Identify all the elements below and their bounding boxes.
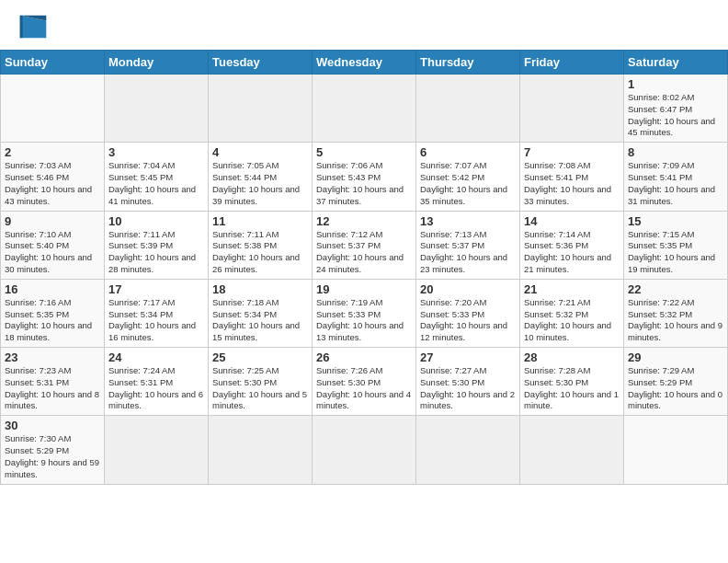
calendar-cell: 13Sunrise: 7:13 AM Sunset: 5:37 PM Dayli… [416, 211, 520, 279]
calendar-cell: 18Sunrise: 7:18 AM Sunset: 5:34 PM Dayli… [209, 279, 313, 347]
day-info: Sunrise: 7:18 AM Sunset: 5:34 PM Dayligh… [212, 297, 308, 344]
day-info: Sunrise: 7:24 AM Sunset: 5:31 PM Dayligh… [108, 365, 204, 412]
calendar-cell: 22Sunrise: 7:22 AM Sunset: 5:32 PM Dayli… [624, 279, 728, 347]
calendar-cell: 2Sunrise: 7:03 AM Sunset: 5:46 PM Daylig… [1, 143, 105, 211]
general-blue-logo-icon [17, 13, 50, 40]
calendar-header-row: Sunday Monday Tuesday Wednesday Thursday… [1, 51, 728, 75]
calendar: Sunday Monday Tuesday Wednesday Thursday… [0, 50, 728, 485]
day-number: 1 [628, 77, 723, 91]
calendar-cell: 9Sunrise: 7:10 AM Sunset: 5:40 PM Daylig… [1, 211, 105, 279]
col-thursday: Thursday [416, 51, 520, 75]
day-number: 9 [5, 214, 100, 228]
day-number: 15 [628, 214, 723, 228]
calendar-cell [416, 416, 520, 484]
col-friday: Friday [520, 51, 624, 75]
svg-rect-3 [20, 16, 23, 38]
calendar-week-row: 9Sunrise: 7:10 AM Sunset: 5:40 PM Daylig… [1, 211, 728, 279]
day-info: Sunrise: 7:17 AM Sunset: 5:34 PM Dayligh… [108, 297, 204, 344]
day-number: 10 [108, 214, 204, 228]
day-number: 13 [420, 214, 516, 228]
calendar-cell: 8Sunrise: 7:09 AM Sunset: 5:41 PM Daylig… [624, 143, 728, 211]
day-info: Sunrise: 7:21 AM Sunset: 5:32 PM Dayligh… [524, 297, 620, 344]
calendar-cell [105, 416, 209, 484]
day-info: Sunrise: 7:15 AM Sunset: 5:35 PM Dayligh… [628, 229, 723, 276]
col-tuesday: Tuesday [209, 51, 313, 75]
calendar-cell [520, 416, 624, 484]
day-info: Sunrise: 8:02 AM Sunset: 6:47 PM Dayligh… [628, 92, 723, 139]
day-number: 30 [5, 419, 100, 432]
calendar-cell [209, 75, 313, 143]
day-number: 16 [5, 282, 100, 296]
day-number: 19 [316, 282, 412, 296]
page: Sunday Monday Tuesday Wednesday Thursday… [0, 0, 728, 485]
calendar-week-row: 23Sunrise: 7:23 AM Sunset: 5:31 PM Dayli… [1, 348, 728, 416]
day-number: 14 [524, 214, 620, 228]
calendar-cell [209, 416, 313, 484]
calendar-cell [416, 75, 520, 143]
calendar-cell [105, 75, 209, 143]
day-info: Sunrise: 7:11 AM Sunset: 5:38 PM Dayligh… [212, 229, 308, 276]
col-monday: Monday [105, 51, 209, 75]
day-info: Sunrise: 7:23 AM Sunset: 5:31 PM Dayligh… [5, 365, 100, 412]
day-info: Sunrise: 7:12 AM Sunset: 5:37 PM Dayligh… [316, 229, 412, 276]
calendar-cell [313, 416, 416, 484]
calendar-cell: 4Sunrise: 7:05 AM Sunset: 5:44 PM Daylig… [209, 143, 313, 211]
day-info: Sunrise: 7:05 AM Sunset: 5:44 PM Dayligh… [212, 160, 308, 207]
day-info: Sunrise: 7:04 AM Sunset: 5:45 PM Dayligh… [108, 160, 204, 207]
calendar-cell: 11Sunrise: 7:11 AM Sunset: 5:38 PM Dayli… [209, 211, 313, 279]
day-info: Sunrise: 7:14 AM Sunset: 5:36 PM Dayligh… [524, 229, 620, 276]
day-info: Sunrise: 7:09 AM Sunset: 5:41 PM Dayligh… [628, 160, 723, 207]
calendar-cell: 29Sunrise: 7:29 AM Sunset: 5:29 PM Dayli… [624, 348, 728, 416]
calendar-cell: 6Sunrise: 7:07 AM Sunset: 5:42 PM Daylig… [416, 143, 520, 211]
day-number: 24 [108, 350, 204, 364]
calendar-cell [313, 75, 416, 143]
day-number: 28 [524, 350, 620, 364]
calendar-cell: 15Sunrise: 7:15 AM Sunset: 5:35 PM Dayli… [624, 211, 728, 279]
logo [17, 13, 55, 40]
day-number: 21 [524, 282, 620, 296]
day-info: Sunrise: 7:08 AM Sunset: 5:41 PM Dayligh… [524, 160, 620, 207]
calendar-cell: 20Sunrise: 7:20 AM Sunset: 5:33 PM Dayli… [416, 279, 520, 347]
calendar-cell: 16Sunrise: 7:16 AM Sunset: 5:35 PM Dayli… [1, 279, 105, 347]
header [0, 0, 728, 46]
calendar-cell: 7Sunrise: 7:08 AM Sunset: 5:41 PM Daylig… [520, 143, 624, 211]
calendar-week-row: 30Sunrise: 7:30 AM Sunset: 5:29 PM Dayli… [1, 416, 728, 484]
day-number: 6 [420, 145, 516, 159]
day-info: Sunrise: 7:03 AM Sunset: 5:46 PM Dayligh… [5, 160, 100, 207]
day-info: Sunrise: 7:19 AM Sunset: 5:33 PM Dayligh… [316, 297, 412, 344]
calendar-cell: 12Sunrise: 7:12 AM Sunset: 5:37 PM Dayli… [313, 211, 416, 279]
day-number: 25 [212, 350, 308, 364]
day-number: 22 [628, 282, 723, 296]
day-info: Sunrise: 7:26 AM Sunset: 5:30 PM Dayligh… [316, 365, 412, 412]
calendar-cell: 1Sunrise: 8:02 AM Sunset: 6:47 PM Daylig… [624, 75, 728, 143]
day-number: 17 [108, 282, 204, 296]
day-info: Sunrise: 7:30 AM Sunset: 5:29 PM Dayligh… [5, 433, 100, 480]
day-info: Sunrise: 7:06 AM Sunset: 5:43 PM Dayligh… [316, 160, 412, 207]
calendar-cell: 24Sunrise: 7:24 AM Sunset: 5:31 PM Dayli… [105, 348, 209, 416]
col-sunday: Sunday [1, 51, 105, 75]
day-info: Sunrise: 7:20 AM Sunset: 5:33 PM Dayligh… [420, 297, 516, 344]
day-number: 4 [212, 145, 308, 159]
day-info: Sunrise: 7:22 AM Sunset: 5:32 PM Dayligh… [628, 297, 723, 344]
day-info: Sunrise: 7:13 AM Sunset: 5:37 PM Dayligh… [420, 229, 516, 276]
calendar-cell: 23Sunrise: 7:23 AM Sunset: 5:31 PM Dayli… [1, 348, 105, 416]
calendar-cell: 25Sunrise: 7:25 AM Sunset: 5:30 PM Dayli… [209, 348, 313, 416]
calendar-cell [520, 75, 624, 143]
day-number: 26 [316, 350, 412, 364]
calendar-week-row: 1Sunrise: 8:02 AM Sunset: 6:47 PM Daylig… [1, 75, 728, 143]
calendar-cell: 17Sunrise: 7:17 AM Sunset: 5:34 PM Dayli… [105, 279, 209, 347]
col-wednesday: Wednesday [313, 51, 416, 75]
day-number: 5 [316, 145, 412, 159]
calendar-cell: 21Sunrise: 7:21 AM Sunset: 5:32 PM Dayli… [520, 279, 624, 347]
calendar-cell: 19Sunrise: 7:19 AM Sunset: 5:33 PM Dayli… [313, 279, 416, 347]
day-number: 23 [5, 350, 100, 364]
calendar-week-row: 16Sunrise: 7:16 AM Sunset: 5:35 PM Dayli… [1, 279, 728, 347]
day-info: Sunrise: 7:16 AM Sunset: 5:35 PM Dayligh… [5, 297, 100, 344]
day-info: Sunrise: 7:28 AM Sunset: 5:30 PM Dayligh… [524, 365, 620, 412]
day-number: 29 [628, 350, 723, 364]
calendar-cell: 30Sunrise: 7:30 AM Sunset: 5:29 PM Dayli… [1, 416, 105, 484]
day-number: 20 [420, 282, 516, 296]
day-info: Sunrise: 7:10 AM Sunset: 5:40 PM Dayligh… [5, 229, 100, 276]
calendar-cell: 27Sunrise: 7:27 AM Sunset: 5:30 PM Dayli… [416, 348, 520, 416]
calendar-cell: 10Sunrise: 7:11 AM Sunset: 5:39 PM Dayli… [105, 211, 209, 279]
